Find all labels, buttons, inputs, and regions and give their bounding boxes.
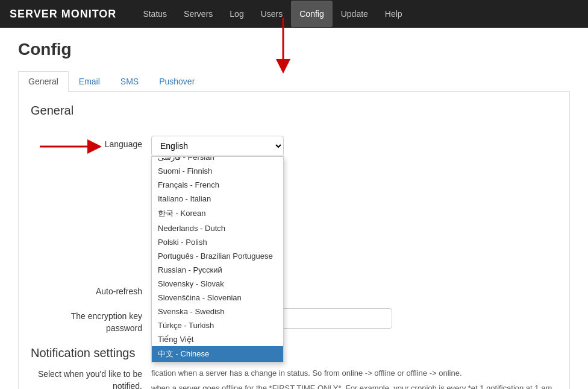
tab-email[interactable]: Email xyxy=(69,71,110,91)
notification-text2: when a server goes offline for the *FIRS… xyxy=(151,381,557,389)
dropdown-item[interactable]: Nederlands - Dutch xyxy=(152,221,283,235)
encryption-label-line2: password xyxy=(106,323,142,333)
nav-link-servers[interactable]: Servers xyxy=(175,1,221,27)
dropdown-item[interactable]: فارسی - Persian xyxy=(152,157,283,164)
dropdown-item[interactable]: Türkçe - Turkish xyxy=(152,318,283,332)
general-section-title: General xyxy=(31,104,557,124)
dropdown-item[interactable]: 中文 - Chinese xyxy=(152,346,283,362)
dropdown-item[interactable]: Italiano - Italian xyxy=(152,192,283,206)
dropdown-item[interactable]: Svenska - Swedish xyxy=(152,305,283,318)
tab-sms[interactable]: SMS xyxy=(110,71,149,91)
nav-link-help[interactable]: Help xyxy=(377,1,411,27)
autorefresh-row: Auto-refresh xyxy=(31,283,557,296)
notification-label: Select when you'd like to be notified. xyxy=(31,366,151,389)
app-brand: SERVER MONITOR xyxy=(10,8,116,21)
language-dropdown-overlay[interactable]: Български - BulgarianČesky - CzechDansk … xyxy=(151,156,284,362)
language-select[interactable]: English xyxy=(151,136,284,156)
dropdown-item[interactable]: Português - Brazilian Portuguese xyxy=(152,249,283,263)
dropdown-item[interactable]: Slovenščina - Slovenian xyxy=(152,291,283,305)
tab-pushover[interactable]: Pushover xyxy=(149,71,205,91)
dropdown-item[interactable]: Polski - Polish xyxy=(152,235,283,249)
dropdown-item[interactable]: Suomi - Finnish xyxy=(152,164,283,178)
dropdown-item[interactable]: 한국 - Korean xyxy=(152,206,283,221)
encryption-label: The encryption key password xyxy=(31,308,151,334)
nav-item-log[interactable]: Log xyxy=(221,1,252,27)
notification-control-wrapper: fication when a server has a change in s… xyxy=(151,366,557,389)
nav-link-log[interactable]: Log xyxy=(221,1,252,27)
annotation-arrow-right xyxy=(40,141,106,153)
language-row: Language English Български - BulgarianČe… xyxy=(31,136,557,156)
notification-row: Select when you'd like to be notified. f… xyxy=(31,366,557,389)
encryption-label-line1: The encryption key xyxy=(71,311,142,321)
nav-item-update[interactable]: Update xyxy=(333,1,377,27)
dropdown-item[interactable]: Français - French xyxy=(152,178,283,192)
dropdown-item[interactable]: Tiếng Việt xyxy=(152,332,283,346)
nav-item-status[interactable]: Status xyxy=(134,1,175,27)
nav-link-update[interactable]: Update xyxy=(333,1,377,27)
page-content: Config General Email SMS Pushover Genera… xyxy=(0,28,588,389)
annotation-arrow-down xyxy=(265,18,301,72)
nav-item-servers[interactable]: Servers xyxy=(175,1,221,27)
dropdown-item[interactable]: Slovensky - Slovak xyxy=(152,277,283,291)
language-control-wrapper: English Български - BulgarianČesky - Cze… xyxy=(151,136,557,156)
tabs-container: General Email SMS Pushover xyxy=(18,71,570,92)
language-dropdown-scroll[interactable]: Български - BulgarianČesky - CzechDansk … xyxy=(152,157,283,362)
notification-text1: fication when a server has a change in s… xyxy=(151,366,557,378)
autorefresh-label: Auto-refresh xyxy=(31,283,151,296)
dropdown-item[interactable]: Russian - Русский xyxy=(152,263,283,277)
tab-general[interactable]: General xyxy=(18,71,69,92)
notification-section-title: Notification settings xyxy=(31,346,557,360)
encryption-row: The encryption key password xyxy=(31,308,557,334)
nav-link-status[interactable]: Status xyxy=(134,1,175,27)
nav-item-help[interactable]: Help xyxy=(377,1,411,27)
general-panel: General Language English xyxy=(18,92,570,389)
notification-label-text: Select when you'd like to be notified. xyxy=(38,369,142,389)
